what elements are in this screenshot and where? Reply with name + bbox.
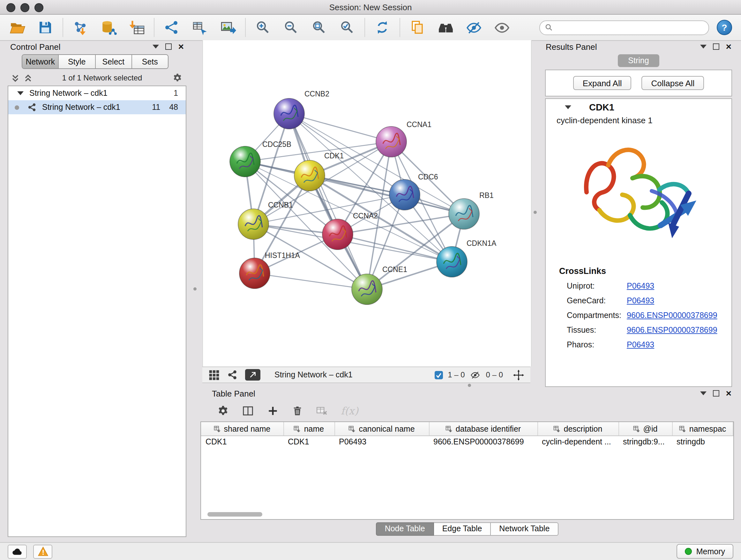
network-edge-CDK1-RB1[interactable] xyxy=(310,176,464,214)
hide-selected-button[interactable] xyxy=(465,18,482,37)
memory-button[interactable]: Memory xyxy=(677,544,733,559)
cloud-status-button[interactable] xyxy=(8,544,27,558)
splitter-grip[interactable] xyxy=(534,211,537,214)
show-all-button[interactable] xyxy=(493,18,511,37)
network-row[interactable]: String Network – cdk1 11 48 xyxy=(8,100,186,114)
panel-menu-icon[interactable] xyxy=(152,45,159,49)
tab-sets[interactable]: Sets xyxy=(132,55,168,68)
pan-crosshair-icon[interactable] xyxy=(513,369,524,380)
hidden-count: 0 – 0 xyxy=(486,370,503,379)
crosslink-link[interactable]: 9606.ENSP00000378699 xyxy=(627,325,718,334)
network-edge-HIST1H1A-CCNE1[interactable] xyxy=(255,273,367,289)
network-from-table-button[interactable] xyxy=(191,18,209,37)
delete-column-trash-icon[interactable] xyxy=(292,405,303,417)
import-table-button[interactable] xyxy=(128,18,145,37)
warning-icon xyxy=(37,547,48,556)
control-panel-tabs: Network Style Select Sets xyxy=(22,54,169,69)
zoom-in-button[interactable] xyxy=(254,18,272,37)
help-button[interactable]: ? xyxy=(717,20,732,35)
selected-checkbox-icon[interactable] xyxy=(434,371,443,379)
function-builder-icon: f(x) xyxy=(341,405,358,417)
disclosure-triangle-icon[interactable] xyxy=(17,91,23,95)
panel-close-icon[interactable]: × xyxy=(726,43,731,51)
network-node-cdc25b[interactable]: CDC25B xyxy=(230,140,291,177)
crosslink-label: Tissues: xyxy=(567,325,627,334)
save-icon xyxy=(38,20,53,35)
detach-view-button[interactable] xyxy=(245,369,260,381)
zoom-fit-button[interactable] xyxy=(310,18,328,37)
network-collection-row[interactable]: String Network – cdk1 1 xyxy=(8,86,186,100)
network-overview-icon[interactable] xyxy=(227,370,238,380)
collapse-all-icon[interactable] xyxy=(24,74,32,82)
new-network-button[interactable] xyxy=(163,18,181,37)
column-header[interactable]: canonical name xyxy=(334,422,429,436)
panel-close-icon[interactable]: × xyxy=(178,43,184,51)
network-node-hist1h1a[interactable]: HIST1H1A xyxy=(239,251,300,289)
search-input[interactable] xyxy=(539,20,709,35)
tab-select[interactable]: Select xyxy=(95,55,132,68)
export-image-button[interactable] xyxy=(219,18,237,37)
panel-float-icon[interactable] xyxy=(713,390,719,396)
panel-menu-icon[interactable] xyxy=(700,45,706,49)
collection-count: 1 xyxy=(174,89,178,98)
open-session-button[interactable] xyxy=(8,18,26,37)
table-row[interactable]: CDK1 CDK1 P06493 9606.ENSP00000378699 cy… xyxy=(201,436,733,447)
copy-button[interactable] xyxy=(408,18,426,37)
tab-network-table[interactable]: Network Table xyxy=(491,522,558,536)
collapse-all-button[interactable]: Collapse All xyxy=(642,76,704,90)
network-node-cdk1[interactable]: CDK1 xyxy=(294,152,344,191)
crosslink-link[interactable]: P06493 xyxy=(627,281,654,290)
tab-edge-table[interactable]: Edge Table xyxy=(434,522,491,536)
column-header[interactable]: description xyxy=(537,422,618,436)
gear-icon[interactable] xyxy=(172,73,183,83)
panel-close-icon[interactable]: × xyxy=(726,389,731,397)
column-header[interactable]: @id xyxy=(618,422,672,436)
network-node-ccne1[interactable]: CCNE1 xyxy=(352,265,407,305)
network-icon xyxy=(27,103,37,112)
crosslink-link[interactable]: 9606.ENSP00000378699 xyxy=(627,311,718,320)
import-network-database-button[interactable] xyxy=(99,18,118,37)
birds-eye-grid-icon[interactable] xyxy=(209,369,219,380)
column-sort-icon xyxy=(446,425,453,432)
panel-float-icon[interactable] xyxy=(165,44,172,50)
tab-string[interactable]: String xyxy=(618,54,659,67)
control-panel-title: Control Panel xyxy=(10,42,61,51)
network-canvas-svg[interactable]: CCNB2CCNA1CDC25BCDK1CDC6RB1CCNB1CCNA2CDK… xyxy=(203,40,531,367)
network-node-ccna1[interactable]: CCNA1 xyxy=(376,120,431,157)
splitter-grip[interactable] xyxy=(193,287,197,291)
expand-all-icon[interactable] xyxy=(11,74,19,82)
warnings-button[interactable] xyxy=(33,544,52,558)
apply-layout-button[interactable] xyxy=(374,18,391,37)
open-folder-icon xyxy=(9,19,25,36)
crosslink-link[interactable]: P06493 xyxy=(627,340,654,349)
crosslink-link[interactable]: P06493 xyxy=(627,296,654,305)
show-columns-icon[interactable] xyxy=(242,405,254,417)
first-neighbors-button[interactable] xyxy=(436,18,455,37)
node-label: CCNE1 xyxy=(382,265,407,273)
network-node-rb1[interactable]: RB1 xyxy=(449,191,494,229)
tab-network[interactable]: Network xyxy=(22,55,59,68)
network-node-ccnb2[interactable]: CCNB2 xyxy=(274,90,329,129)
panel-menu-icon[interactable] xyxy=(700,391,706,395)
table-settings-gear-icon[interactable] xyxy=(217,405,229,417)
panel-float-icon[interactable] xyxy=(713,44,719,50)
results-panel: Results Panel × String Expand All Collap… xyxy=(539,40,738,387)
table-to-network-icon xyxy=(192,19,208,36)
column-header[interactable]: name xyxy=(283,422,334,436)
entry-disclosure-icon[interactable] xyxy=(565,105,571,109)
expand-all-button[interactable]: Expand All xyxy=(573,76,631,90)
splitter-grip[interactable] xyxy=(468,384,471,387)
save-session-button[interactable] xyxy=(37,18,54,37)
zoom-out-button[interactable] xyxy=(282,18,300,37)
network-node-cdkn1a[interactable]: CDKN1A xyxy=(436,239,496,277)
zoom-selected-button[interactable] xyxy=(338,18,356,37)
horizontal-scrollbar[interactable] xyxy=(207,512,262,516)
network-node-cdc6[interactable]: CDC6 xyxy=(389,173,438,210)
tab-style[interactable]: Style xyxy=(59,55,96,68)
import-network-file-button[interactable] xyxy=(71,18,89,37)
column-header[interactable]: shared name xyxy=(201,422,283,436)
tab-node-table[interactable]: Node Table xyxy=(376,522,434,536)
column-header[interactable]: namespac xyxy=(672,422,733,436)
column-header[interactable]: database identifier xyxy=(429,422,537,436)
create-column-plus-icon[interactable] xyxy=(267,405,279,417)
